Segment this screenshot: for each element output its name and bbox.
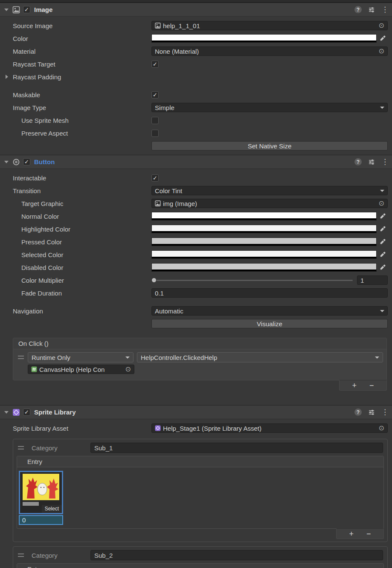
eyedropper-icon[interactable] (377, 35, 388, 42)
kebab-menu-icon[interactable]: ⋮ (381, 157, 389, 166)
maskable-checkbox[interactable]: ✓ (151, 91, 159, 99)
selected-color-swatch[interactable] (151, 250, 377, 259)
category-name-field[interactable]: Sub_2 (90, 550, 383, 560)
color-multiplier-slider[interactable] (151, 280, 353, 281)
image-type-label: Image Type (0, 104, 151, 111)
image-enabled-checkbox[interactable]: ✓ (23, 6, 30, 13)
add-event-button[interactable]: + (352, 382, 357, 389)
chevron-down-icon (125, 356, 130, 359)
button-component-header[interactable]: ✓ Button ? ⋮ (0, 155, 392, 169)
image-type-dropdown[interactable]: Simple (151, 103, 388, 112)
material-value: None (Material) (155, 48, 199, 55)
interactable-checkbox[interactable]: ✓ (151, 174, 159, 182)
use-sprite-mesh-checkbox[interactable] (151, 117, 159, 124)
visualize-button[interactable]: Visualize (151, 319, 388, 328)
category-name-field[interactable]: Sub_1 (90, 443, 383, 453)
sprite-library-asset-icon (155, 425, 161, 431)
entry-list-header: Entry (17, 456, 383, 467)
navigation-dropdown[interactable]: Automatic (151, 306, 388, 316)
object-picker-icon[interactable]: ⊙ (377, 425, 384, 432)
foldout-closed-icon[interactable] (6, 75, 8, 79)
drag-handle-icon[interactable] (18, 554, 24, 557)
eyedropper-icon[interactable] (377, 264, 388, 271)
slider-handle[interactable] (151, 278, 157, 283)
object-picker-icon[interactable]: ⊙ (124, 366, 131, 373)
on-click-list-footer: + − (339, 380, 387, 391)
sprite-select-button[interactable]: Select (42, 505, 62, 513)
sprite-index-field[interactable]: 0 (19, 515, 63, 525)
navigation-value: Automatic (155, 307, 183, 315)
help-icon[interactable]: ? (354, 409, 362, 416)
presets-icon[interactable] (368, 6, 375, 13)
pressed-color-swatch[interactable] (151, 238, 377, 246)
image-component-header[interactable]: ✓ Image ? ⋮ (0, 3, 392, 17)
eyedropper-icon[interactable] (377, 252, 388, 258)
transition-dropdown[interactable]: Color Tint (151, 186, 388, 195)
material-label: Material (0, 48, 151, 55)
sprite-thumbnail[interactable]: Select (19, 471, 63, 514)
sprite-library-component-header[interactable]: ✓ Sprite Library ? ⋮ (0, 406, 392, 419)
eyedropper-icon[interactable] (377, 239, 388, 245)
set-native-size-button[interactable]: Set Native Size (151, 141, 388, 151)
sprite-library-enabled-checkbox[interactable]: ✓ (23, 409, 30, 416)
object-picker-icon[interactable]: ⊙ (377, 22, 384, 29)
add-entry-button[interactable]: + (349, 530, 354, 538)
target-graphic-value: img (Image) (163, 200, 197, 207)
kebab-menu-icon[interactable]: ⋮ (381, 5, 389, 14)
normal-color-label: Normal Color (0, 213, 151, 220)
maskable-label: Maskable (0, 91, 151, 99)
eyedropper-icon[interactable] (377, 226, 388, 232)
event-function-dropdown[interactable]: HelpController.ClickedHelp (137, 352, 383, 362)
eyedropper-icon[interactable] (377, 213, 388, 220)
sprite-library-component-icon (12, 408, 20, 417)
foldout-open-icon[interactable] (4, 161, 9, 163)
help-icon[interactable]: ? (354, 158, 362, 165)
use-sprite-mesh-row: Use Sprite Mesh (0, 114, 392, 127)
sprite-entry[interactable]: Select 0 (19, 471, 64, 525)
highlighted-color-swatch[interactable] (151, 225, 377, 233)
normal-color-swatch[interactable] (151, 212, 377, 220)
event-target-field[interactable]: CanvasHelp (Help Con ⊙ (28, 365, 134, 374)
foldout-open-icon[interactable] (4, 411, 9, 414)
on-click-title: On Click () (18, 340, 49, 347)
preserve-aspect-checkbox[interactable] (151, 130, 159, 137)
selected-color-row: Selected Color (0, 248, 392, 261)
sprite-library-asset-field[interactable]: Help_Stage1 (Sprite Library Asset) ⊙ (151, 423, 388, 433)
checkmark: ✓ (24, 159, 29, 165)
kebab-menu-icon[interactable]: ⋮ (381, 408, 389, 417)
remove-event-button[interactable]: − (369, 382, 374, 389)
chevron-down-icon (380, 310, 384, 312)
image-type-row: Image Type Simple (0, 101, 392, 114)
button-enabled-checkbox[interactable]: ✓ (23, 158, 30, 165)
script-icon (31, 366, 37, 372)
chevron-down-icon (380, 107, 384, 109)
raycast-target-checkbox[interactable]: ✓ (151, 61, 159, 68)
entry-list-header: Entry (17, 564, 383, 568)
entry-list-box: Entry (17, 563, 384, 568)
color-multiplier-input[interactable]: 1 (357, 275, 388, 285)
event-mode-dropdown[interactable]: Runtime Only (28, 352, 134, 362)
drag-handle-icon[interactable] (18, 446, 24, 449)
disabled-color-swatch[interactable] (151, 263, 377, 272)
foldout-open-icon[interactable] (4, 9, 9, 11)
transition-row: Transition Color Tint (0, 184, 392, 197)
target-graphic-field[interactable]: img (Image) ⊙ (151, 199, 388, 208)
sprite-library-asset-row: Sprite Library Asset Help_Stage1 (Sprite… (0, 422, 392, 435)
alpha-strip (152, 41, 376, 42)
material-row: Material None (Material) ⊙ (0, 45, 392, 58)
normal-color-row: Normal Color (0, 210, 392, 223)
object-picker-icon[interactable]: ⊙ (377, 48, 384, 55)
highlighted-color-label: Highlighted Color (0, 226, 151, 233)
fade-duration-input[interactable]: 0.1 (151, 288, 388, 298)
presets-icon[interactable] (368, 409, 375, 416)
target-graphic-label: Target Graphic (0, 200, 151, 207)
raycast-padding-label: Raycast Padding (0, 73, 151, 81)
presets-icon[interactable] (368, 159, 375, 165)
color-swatch[interactable] (151, 34, 377, 43)
source-image-field[interactable]: help_1_1_01 ⊙ (151, 21, 388, 30)
material-field[interactable]: None (Material) ⊙ (151, 46, 388, 56)
object-picker-icon[interactable]: ⊙ (377, 200, 384, 207)
drag-handle-icon[interactable] (18, 356, 24, 359)
help-icon[interactable]: ? (354, 6, 362, 13)
remove-entry-button[interactable]: − (366, 530, 371, 538)
